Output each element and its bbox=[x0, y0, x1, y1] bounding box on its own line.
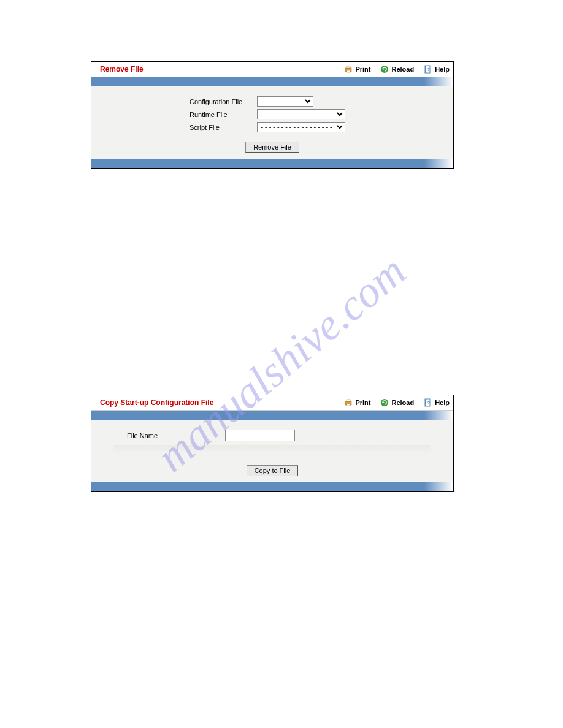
file-name-input[interactable] bbox=[225, 430, 295, 441]
panel-body: Configuration File ------------------ Ru… bbox=[91, 86, 453, 159]
print-label: Print bbox=[355, 399, 370, 406]
help-icon: ? bbox=[424, 65, 432, 74]
runtime-file-select[interactable]: ------------------ bbox=[257, 109, 345, 119]
shade-row bbox=[113, 445, 431, 453]
remove-file-button[interactable]: Remove File bbox=[245, 142, 299, 153]
script-file-label: Script File bbox=[190, 124, 257, 131]
blue-bar-top bbox=[91, 411, 453, 420]
remove-file-panel: Remove File Print Reload ? Help Configur… bbox=[91, 61, 454, 169]
reload-label: Reload bbox=[391, 66, 414, 73]
script-file-row: Script File ------------------ bbox=[91, 122, 453, 132]
panel-body: File Name Copy to File bbox=[91, 420, 453, 482]
svg-text:?: ? bbox=[427, 67, 431, 72]
blue-bar-bottom bbox=[91, 159, 453, 168]
copy-to-file-button[interactable]: Copy to File bbox=[247, 465, 299, 476]
print-icon bbox=[344, 398, 353, 407]
panel-header: Copy Start-up Configuration File Print R… bbox=[91, 395, 453, 411]
blue-bar-top bbox=[91, 77, 453, 86]
help-label: Help bbox=[435, 66, 450, 73]
print-icon bbox=[344, 65, 353, 74]
reload-label: Reload bbox=[391, 399, 414, 406]
config-file-label: Configuration File bbox=[190, 98, 257, 105]
file-name-label: File Name bbox=[127, 432, 225, 439]
help-link[interactable]: ? Help bbox=[424, 398, 450, 407]
runtime-file-row: Runtime File ------------------ bbox=[91, 109, 453, 119]
copy-startup-panel: Copy Start-up Configuration File Print R… bbox=[91, 395, 454, 492]
help-link[interactable]: ? Help bbox=[424, 65, 450, 74]
help-icon: ? bbox=[424, 398, 432, 407]
config-file-select[interactable]: ------------------ bbox=[257, 96, 313, 107]
panel-title: Copy Start-up Configuration File bbox=[100, 398, 334, 407]
print-link[interactable]: Print bbox=[344, 65, 370, 74]
print-link[interactable]: Print bbox=[344, 398, 370, 407]
svg-rect-9 bbox=[347, 404, 350, 406]
reload-icon bbox=[380, 65, 389, 74]
config-file-row: Configuration File ------------------ bbox=[91, 96, 453, 107]
button-row: Copy to File bbox=[91, 464, 453, 476]
panel-header: Remove File Print Reload ? Help bbox=[91, 62, 453, 77]
svg-rect-12 bbox=[425, 399, 426, 406]
reload-link[interactable]: Reload bbox=[380, 65, 414, 74]
blue-bar-bottom bbox=[91, 482, 453, 491]
reload-link[interactable]: Reload bbox=[380, 398, 414, 407]
svg-rect-8 bbox=[347, 400, 350, 401]
svg-rect-5 bbox=[425, 66, 426, 73]
button-row: Remove File bbox=[91, 141, 453, 153]
file-name-row: File Name bbox=[91, 427, 453, 444]
reload-icon bbox=[380, 398, 389, 407]
svg-rect-1 bbox=[347, 66, 350, 68]
runtime-file-label: Runtime File bbox=[190, 111, 257, 118]
help-label: Help bbox=[435, 399, 450, 406]
svg-text:?: ? bbox=[427, 400, 431, 406]
panel-title: Remove File bbox=[100, 65, 334, 74]
print-label: Print bbox=[355, 66, 370, 73]
script-file-select[interactable]: ------------------ bbox=[257, 122, 345, 132]
svg-rect-2 bbox=[347, 70, 350, 72]
